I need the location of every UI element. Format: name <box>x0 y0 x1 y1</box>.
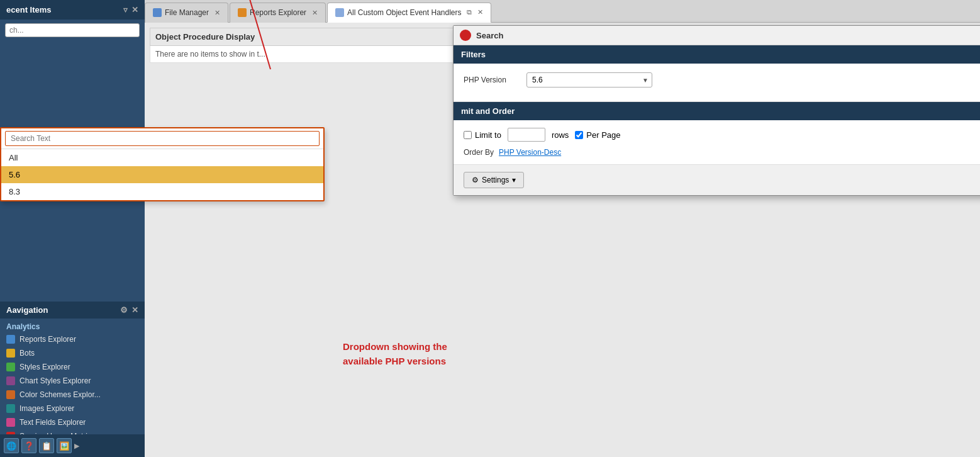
tab-file-manager-close[interactable]: ✕ <box>214 9 220 17</box>
per-page-label: Per Page <box>586 130 620 140</box>
styles-explorer-icon <box>6 363 15 371</box>
dropdown-option-56[interactable]: 5.6 <box>1 166 323 183</box>
sidebar-search-area <box>0 20 145 41</box>
tab-all-custom-close[interactable]: ✕ <box>477 8 483 16</box>
sidebar-search-input[interactable] <box>5 23 140 37</box>
header-icons: ▿ ✕ <box>123 5 138 14</box>
sidebar-item-label: Bots <box>19 349 35 358</box>
nav-settings-icon[interactable]: ⚙ <box>120 305 128 315</box>
php-version-filter-row: PHP Version 5.6 All 8.3 <box>464 72 980 87</box>
dialog-title-icon <box>460 30 471 41</box>
tab-file-manager-label: File Manager <box>165 8 209 17</box>
tab-all-custom-label: All Custom Object Event Handlers <box>347 8 461 17</box>
tab-all-custom-object[interactable]: All Custom Object Event Handlers ⧉ ✕ <box>327 3 491 23</box>
limit-input[interactable] <box>508 128 545 142</box>
close-icon[interactable]: ✕ <box>131 5 138 14</box>
order-by-label: Order By <box>464 148 494 157</box>
tab-file-manager[interactable]: File Manager ✕ <box>145 3 228 23</box>
images-explorer-icon <box>6 404 15 413</box>
color-schemes-icon <box>6 390 15 399</box>
dialog-titlebar: Search ? ✕ <box>454 26 980 45</box>
limit-checkbox-wrapper: Limit to <box>464 130 501 140</box>
dropdown-option-all[interactable]: All <box>1 149 323 166</box>
bots-icon <box>6 349 15 358</box>
order-row: Order By PHP Version-Desc <box>464 148 980 157</box>
limit-order-section-body: Limit to rows Per Page Order By PHP Vers… <box>454 120 980 164</box>
recent-items-label: ecent Items <box>6 5 52 14</box>
sidebar-item-reports-explorer[interactable]: Reports Explorer <box>0 332 145 346</box>
sidebar-item-styles-explorer[interactable]: Styles Explorer <box>0 360 145 374</box>
file-manager-tab-icon <box>153 8 162 17</box>
gear-icon: ⚙ <box>472 176 479 184</box>
settings-label: Settings <box>482 176 509 184</box>
dropdown-search-row <box>1 128 323 149</box>
sidebar-item-text-fields-explorer[interactable]: Text Fields Explorer <box>0 415 145 429</box>
sidebar-item-images-explorer[interactable]: Images Explorer <box>0 402 145 415</box>
toolbar-btn-help[interactable]: ❓ <box>21 438 36 453</box>
pin-icon[interactable]: ▿ <box>123 5 128 14</box>
limit-row: Limit to rows Per Page <box>464 128 980 142</box>
tab-reports-label: Reports Explorer <box>250 8 306 17</box>
sidebar-item-label: Color Schemes Explor... <box>19 390 101 399</box>
text-fields-icon <box>6 418 15 427</box>
toolbar-btn-globe[interactable]: 🌐 <box>4 438 19 453</box>
dropdown-search-input[interactable] <box>5 131 320 146</box>
tab-reports-explorer[interactable]: Reports Explorer ✕ <box>230 3 326 23</box>
limit-checkbox[interactable] <box>464 131 472 139</box>
custom-obj-tab-icon <box>335 8 344 17</box>
toolbar-more-arrow[interactable]: ▶ <box>74 442 79 450</box>
sidebar-item-label: Images Explorer <box>19 404 74 413</box>
rows-label: rows <box>552 130 569 140</box>
toolbar-btn-image[interactable]: 🖼️ <box>57 438 72 453</box>
sidebar-item-label: Styles Explorer <box>19 363 70 371</box>
chart-styles-icon <box>6 376 15 385</box>
settings-dropdown-arrow: ▾ <box>512 176 516 184</box>
filters-section-header: Filters <box>454 45 980 64</box>
php-version-label: PHP Version <box>464 76 520 84</box>
toolbar-btn-grid[interactable]: 📋 <box>39 438 54 453</box>
per-page-checkbox[interactable] <box>575 131 583 139</box>
php-version-select-wrapper: 5.6 All 8.3 <box>526 72 652 87</box>
reports-explorer-icon <box>6 335 15 344</box>
dropdown-option-83[interactable]: 8.3 <box>1 183 323 200</box>
nav-close-icon[interactable]: ✕ <box>131 305 138 315</box>
php-version-select[interactable]: 5.6 All 8.3 <box>526 72 652 87</box>
order-by-link[interactable]: PHP Version-Desc <box>499 148 561 157</box>
settings-button[interactable]: ⚙ Settings ▾ <box>464 172 524 188</box>
dialog-title-text: Search <box>476 31 980 40</box>
tab-reports-close[interactable]: ✕ <box>312 9 318 17</box>
dialog-footer: ⚙ Settings ▾ Search Cancel <box>454 164 980 195</box>
search-dialog: Search ? ✕ Filters PHP Version 5.6 All 8… <box>453 25 980 196</box>
navigation-label: Aavigation <box>6 305 48 315</box>
analytics-section-label: Analytics <box>0 319 145 332</box>
per-page-wrapper: Per Page <box>575 130 620 140</box>
tab-restore-icon[interactable]: ⧉ <box>467 8 472 16</box>
bottom-toolbar: 🌐 ❓ 📋 🖼️ ▶ <box>0 434 145 457</box>
footer-left: ⚙ Settings ▾ <box>464 172 524 188</box>
left-sidebar: ecent Items ▿ ✕ Aavigation ⚙ ✕ Analytics… <box>0 0 145 457</box>
php-version-dropdown: All 5.6 8.3 <box>0 127 325 201</box>
sidebar-item-label: Reports Explorer <box>19 335 76 344</box>
sidebar-item-chart-styles-explorer[interactable]: Chart Styles Explorer <box>0 374 145 388</box>
sidebar-item-label: Text Fields Explorer <box>19 418 86 427</box>
limit-order-section-header: mit and Order ▼ <box>454 102 980 120</box>
sidebar-item-color-schemes[interactable]: Color Schemes Explor... <box>0 388 145 402</box>
sidebar-item-label: Chart Styles Explorer <box>19 376 91 385</box>
sidebar-item-bots[interactable]: Bots <box>0 346 145 360</box>
limit-order-label: mit and Order <box>461 106 515 116</box>
main-area: File Manager ✕ Reports Explorer ✕ All Cu… <box>145 0 980 457</box>
tab-bar: File Manager ✕ Reports Explorer ✕ All Cu… <box>145 0 980 23</box>
limit-to-label: Limit to <box>475 130 501 140</box>
filters-label: Filters <box>461 50 486 59</box>
reports-tab-icon <box>238 8 247 17</box>
navigation-header: Aavigation ⚙ ✕ <box>0 302 145 319</box>
recent-items-header: ecent Items ▿ ✕ <box>0 0 145 20</box>
filters-section-body: PHP Version 5.6 All 8.3 <box>454 64 980 102</box>
